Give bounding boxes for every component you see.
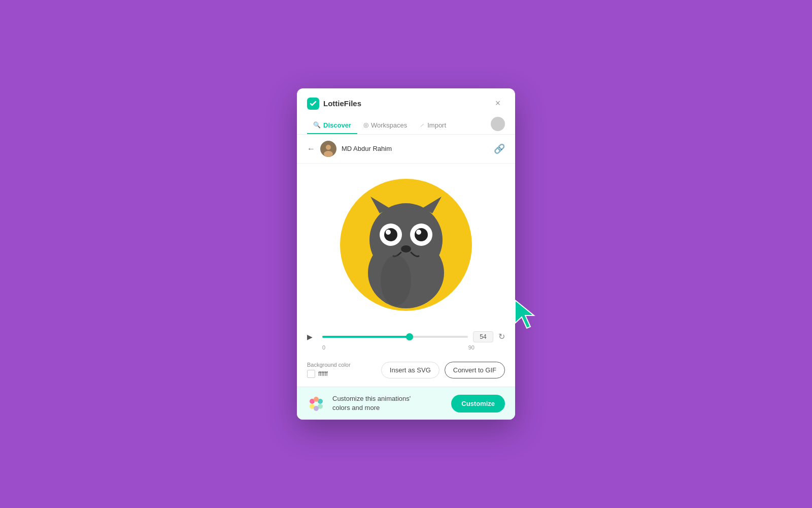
- close-icon: ×: [495, 98, 501, 109]
- svg-point-14: [416, 230, 421, 235]
- app-title: LottieFiles: [323, 99, 361, 108]
- logo-area: LottieFiles: [307, 98, 361, 110]
- tab-bar: 🔍 Discover ◎ Workspaces ⟋ Import: [297, 111, 515, 135]
- tab-workspaces[interactable]: ◎ Workspaces: [357, 117, 413, 134]
- progress-slider[interactable]: [322, 333, 468, 341]
- insert-svg-button[interactable]: Insert as SVG: [381, 362, 439, 378]
- svg-point-12: [415, 228, 428, 241]
- discover-tab-icon: 🔍: [313, 121, 321, 129]
- svg-point-2: [326, 145, 331, 150]
- svg-point-11: [384, 228, 397, 241]
- customize-line2: colors and more: [332, 404, 380, 411]
- user-avatar-tab: [491, 117, 505, 131]
- import-tab-icon: ⟋: [419, 122, 425, 128]
- creator-name: MD Abdur Rahim: [342, 145, 392, 152]
- bottom-controls: Background color ffffff Insert as SVG Co…: [297, 356, 515, 387]
- customize-text: Customize this animations' colors and mo…: [332, 394, 444, 412]
- sub-header: ← MD Abdur Rahim 🔗: [297, 135, 515, 164]
- link-button[interactable]: 🔗: [494, 143, 505, 154]
- bg-color-label: Background color: [307, 362, 351, 368]
- back-area: ← MD Abdur Rahim: [307, 141, 392, 157]
- play-icon: ▶: [307, 333, 313, 341]
- discover-tab-label: Discover: [323, 121, 351, 129]
- end-frame-label: 90: [468, 344, 475, 351]
- svg-point-16: [381, 255, 411, 306]
- color-hex-value: ffffff: [318, 370, 328, 377]
- cat-animation: [335, 174, 477, 316]
- dialog-header: LottieFiles ×: [297, 88, 515, 111]
- svg-point-3: [324, 151, 333, 157]
- playback-controls: ▶ 54 ↻ 0 90: [297, 326, 515, 356]
- slider-fill: [322, 336, 410, 338]
- svg-point-13: [386, 230, 391, 235]
- customize-text-p: Customize this animations' colors and mo…: [332, 394, 444, 412]
- creator-avatar: [320, 141, 336, 157]
- svg-point-22: [314, 397, 319, 402]
- action-buttons: Insert as SVG Convert to GIF: [381, 362, 505, 378]
- svg-point-15: [401, 245, 411, 252]
- play-button[interactable]: ▶: [307, 333, 317, 341]
- palette-icon: [307, 394, 325, 412]
- slider-thumb: [406, 333, 413, 340]
- loop-button[interactable]: ↻: [498, 332, 505, 341]
- link-icon: 🔗: [494, 143, 505, 154]
- color-swatch[interactable]: [307, 370, 315, 378]
- convert-gif-button[interactable]: Convert to GIF: [445, 362, 505, 378]
- customize-banner: Customize this animations' colors and mo…: [297, 387, 515, 420]
- cat-svg: [335, 174, 477, 316]
- svg-marker-24: [515, 300, 534, 328]
- bg-color-section: Background color ffffff: [307, 362, 351, 378]
- current-frame-display: 54: [473, 331, 493, 342]
- customize-button[interactable]: Customize: [451, 395, 505, 412]
- playback-row: ▶ 54 ↻: [307, 331, 505, 342]
- slider-track: [322, 336, 468, 338]
- workspaces-tab-label: Workspaces: [371, 121, 407, 129]
- lottiefiles-logo-icon: [307, 98, 319, 110]
- bg-color-row: ffffff: [307, 370, 351, 378]
- mouse-cursor: [513, 298, 543, 333]
- back-button[interactable]: ←: [307, 144, 315, 153]
- loop-icon: ↻: [498, 332, 505, 341]
- tab-import[interactable]: ⟋ Import: [413, 117, 452, 134]
- avatar-image: [320, 141, 336, 157]
- frame-range: 0 90: [307, 344, 505, 351]
- workspaces-tab-icon: ◎: [363, 121, 368, 129]
- start-frame-label: 0: [322, 344, 325, 351]
- tab-discover[interactable]: 🔍 Discover: [307, 117, 357, 134]
- customize-line1: Customize this animations': [332, 395, 411, 402]
- close-button[interactable]: ×: [491, 97, 505, 111]
- import-tab-label: Import: [427, 121, 446, 129]
- animation-preview: [297, 164, 515, 326]
- back-arrow-icon: ←: [307, 144, 315, 153]
- main-dialog: LottieFiles × 🔍 Discover ◎ Workspaces ⟋ …: [297, 88, 515, 420]
- svg-point-23: [314, 406, 319, 411]
